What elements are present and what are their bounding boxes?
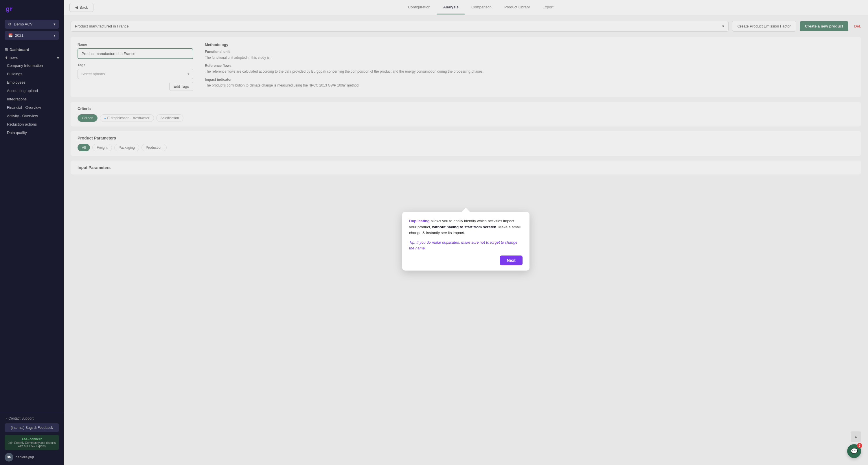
sidebar-item-buildings[interactable]: Buildings [0,70,64,78]
tooltip-arrow [462,208,470,212]
params-tab-production[interactable]: Production [142,144,167,151]
product-dropdown[interactable]: Product manufactured in France ▾ [71,21,728,32]
criteria-section: Criteria Carbon Eutrophication – freshwa… [71,102,861,126]
main-content: ◀ Back Configuration Analysis Comparison… [64,0,868,465]
tooltip-duplicating: Duplicating [409,219,430,223]
data-nav-label[interactable]: ⬆ Data ▾ [0,53,64,61]
grid-icon: ⊞ [5,48,8,52]
tags-label: Tags [78,63,193,67]
name-label: Name [78,42,193,46]
criteria-tab-acidification[interactable]: Acidification [156,114,183,122]
sidebar: gr ⚙ Demo ACV ▾ 📅 2021 ▾ ⊞ Dashboard ⬆ D… [0,0,64,465]
esg-connect-title: ESG connect [7,437,56,441]
tooltip-actions: Next [409,255,523,265]
next-button[interactable]: Next [500,255,523,265]
chevron-down-icon: ▾ [54,33,56,38]
sidebar-org[interactable]: ⚙ Demo ACV ▾ [5,20,59,29]
form-right: Methodology Functional unit The function… [205,42,854,91]
org-name: Demo ACV [14,22,32,26]
reference-flows-title: Reference flows [205,64,854,68]
sidebar-item-company-information[interactable]: Company Information [0,61,64,70]
tab-comparison[interactable]: Comparison [465,1,498,14]
esg-connect[interactable]: ESG connect Join Greenly Community and d… [5,435,59,450]
impact-indicator-title: Impact indicator [205,78,854,82]
scroll-up-icon: ▲ [854,434,858,439]
bugs-feedback[interactable]: (internal) Bugs & Feedback [5,423,59,432]
sidebar-year[interactable]: 📅 2021 ▾ [5,31,59,40]
reference-flows-section: Reference flows The reference flows are … [205,64,854,74]
tooltip-text-3: without having to start from scratch [432,225,496,229]
contact-support[interactable]: ○ Contact Support [5,416,59,421]
functional-unit-section: Functional unit The functional unit adop… [205,50,854,60]
chevron-down-icon: ▾ [187,72,189,76]
user-row[interactable]: DN danielle@gr... [5,453,59,462]
sidebar-logo: gr [0,0,64,16]
functional-unit-text: The functional unit adopted in this stud… [205,55,854,60]
params-tab-freight[interactable]: Freight [92,144,112,151]
support-icon: ○ [5,416,7,421]
params-tabs: All Freight Packaging Production [78,144,854,151]
top-row: Product manufactured in France ▾ Create … [71,21,861,32]
tab-export[interactable]: Export [536,1,560,14]
reference-flows-text: The reference flows are calculated accor… [205,69,854,74]
params-tab-packaging[interactable]: Packaging [114,144,139,151]
form-left: Name Tags Select options ▾ Edit Tags [78,42,193,91]
input-params-title: Input Parameters [78,165,854,170]
scroll-top-btn[interactable]: ▲ [850,431,861,442]
sidebar-nav-items: Company Information Buildings Employees … [0,61,64,137]
back-icon: ◀ [75,5,78,9]
tooltip-box: Duplicating allows you to easily identif… [402,212,529,271]
create-new-product-btn[interactable]: Create a new product [800,21,848,31]
avatar: DN [5,453,13,462]
tab-configuration[interactable]: Configuration [402,1,437,14]
methodology-title: Methodology [205,42,854,47]
tab-product-library[interactable]: Product Library [498,1,536,14]
criteria-title: Criteria [78,106,854,111]
chat-icon: 💬 [850,447,858,455]
user-name: danielle@gr... [16,455,37,459]
sidebar-item-integrations[interactable]: Integrations [0,95,64,103]
params-tab-all[interactable]: All [78,144,90,151]
sidebar-item-data-quality[interactable]: Data quality [0,128,64,137]
tab-analysis[interactable]: Analysis [437,1,465,14]
sidebar-item-employees[interactable]: Employees [0,78,64,87]
chat-badge: 7 [857,443,862,448]
sidebar-item-activity-overview[interactable]: Activity - Overview [0,112,64,120]
tags-select[interactable]: Select options ▾ [78,69,193,79]
top-nav: ◀ Back Configuration Analysis Comparison… [64,0,868,15]
dashboard-nav-label[interactable]: ⊞ Dashboard [0,44,64,53]
product-params-section: Product Parameters All Freight Packaging… [71,131,861,156]
tooltip-tip: Tip: If you do make duplicates, make sur… [409,240,523,251]
name-input[interactable] [78,48,193,59]
esg-connect-sub: Join Greenly Community and discuss with … [7,441,56,447]
criteria-tab-eutrophication[interactable]: Eutrophication – freshwater [100,114,154,122]
form-section: Name Tags Select options ▾ Edit Tags Met… [71,37,861,97]
input-params-section: Input Parameters [71,161,861,175]
chevron-down-icon: ▾ [722,24,724,28]
collapse-icon: ▾ [57,56,59,60]
upload-icon: ⬆ [5,56,8,60]
sidebar-bottom: ○ Contact Support (internal) Bugs & Feed… [0,413,64,465]
tags-placeholder: Select options [81,72,105,76]
impact-indicator-section: Impact indicator The product's contribut… [205,78,854,88]
del-link[interactable]: Del. [854,24,861,28]
tooltip-main-text: Duplicating allows you to easily identif… [409,218,523,236]
org-icon: ⚙ [8,22,11,26]
sidebar-item-reduction-actions[interactable]: Reduction actions [0,120,64,128]
calendar-icon: 📅 [8,33,13,38]
create-emission-btn[interactable]: Create Product Emission Factor [732,21,796,32]
functional-unit-title: Functional unit [205,50,854,54]
product-dropdown-value: Product manufactured in France [75,24,129,28]
criteria-tab-carbon[interactable]: Carbon [78,114,97,122]
chat-bubble[interactable]: 💬 7 [847,444,861,458]
sidebar-item-accounting-upload[interactable]: Accounting upload [0,87,64,95]
edit-tags-btn[interactable]: Edit Tags [169,82,193,91]
back-button[interactable]: ◀ Back [69,3,93,12]
impact-indicator-text: The product's contribution to climate ch… [205,83,854,88]
year-value: 2021 [15,33,24,38]
criteria-tabs: Carbon Eutrophication – freshwater Acidi… [78,114,854,122]
product-params-title: Product Parameters [78,136,854,140]
sidebar-item-financial-overview[interactable]: Financial - Overview [0,103,64,112]
nav-tabs: Configuration Analysis Comparison Produc… [99,1,862,14]
chevron-down-icon: ▾ [54,22,56,26]
